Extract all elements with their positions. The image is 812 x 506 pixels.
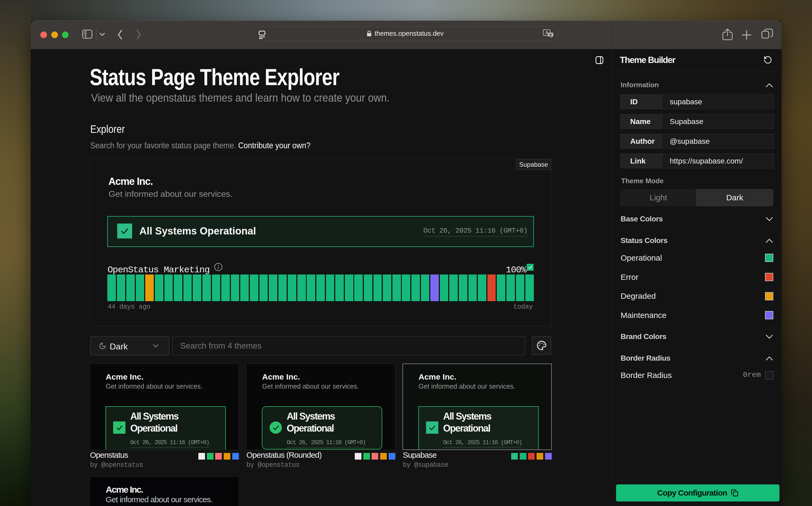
svg-text:文: 文 <box>548 33 552 37</box>
